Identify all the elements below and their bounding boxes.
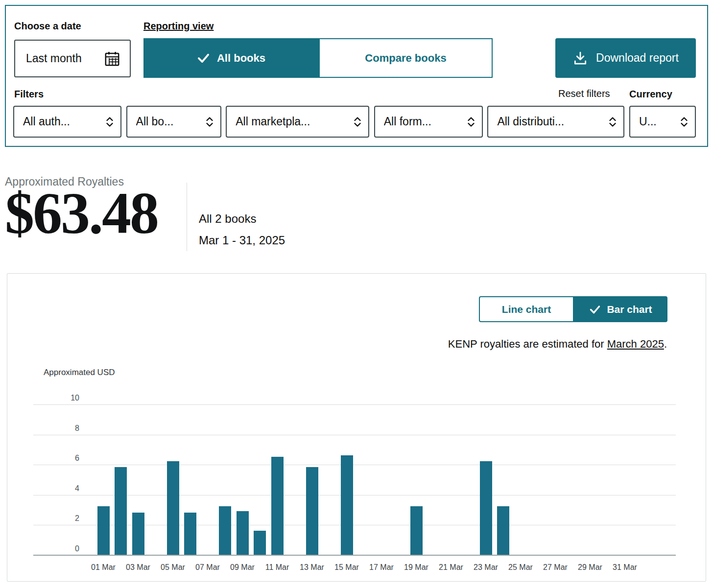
y-tick-label: 8: [61, 424, 79, 433]
filter-dropdown-value: All distributi...: [497, 115, 564, 128]
bar-02-mar[interactable]: [115, 467, 127, 555]
check-icon: [589, 304, 601, 315]
download-report-label: Download report: [596, 51, 679, 65]
bar-chart-tab[interactable]: Bar chart: [574, 296, 667, 322]
chart-type-toggle: Line chart Bar chart: [479, 296, 667, 322]
x-tick-label: 27 Mar: [538, 563, 573, 572]
bar-15-mar[interactable]: [341, 455, 353, 555]
x-tick-label: 19 Mar: [399, 563, 434, 572]
bar-05-mar[interactable]: [167, 461, 179, 555]
all-books-tab[interactable]: All books: [143, 38, 319, 78]
line-chart-label: Line chart: [502, 304, 551, 315]
x-tick-label: 11 Mar: [260, 563, 295, 572]
bar-24-mar[interactable]: [497, 506, 509, 555]
x-tick-label: 25 Mar: [503, 563, 538, 572]
date-range-value: Last month: [26, 52, 82, 65]
filters-label: Filters: [14, 89, 44, 100]
y-tick-label: 10: [61, 394, 79, 402]
updown-chevron-icon: [678, 115, 690, 129]
x-tick-label: 01 Mar: [86, 563, 121, 572]
bar-10-mar[interactable]: [254, 531, 266, 555]
x-tick-label: 31 Mar: [607, 563, 642, 572]
bar-chart-label: Bar chart: [607, 304, 652, 315]
check-icon: [197, 51, 210, 65]
summary-divider: [187, 183, 187, 251]
kenp-note-text: KENP royalties are estimated for: [448, 338, 607, 350]
date-range-button[interactable]: Last month: [14, 40, 131, 77]
date-period: Mar 1 - 31, 2025: [199, 234, 285, 247]
bar-13-mar[interactable]: [306, 467, 318, 555]
bar-09-mar[interactable]: [237, 511, 249, 555]
bar-01-mar[interactable]: [97, 506, 110, 555]
bar-06-mar[interactable]: [184, 513, 196, 555]
y-tick-label: 2: [61, 514, 79, 523]
filter-dropdown-5[interactable]: All distributi...: [487, 106, 624, 138]
reset-filters-link[interactable]: Reset filters: [558, 88, 610, 99]
filter-dropdown-4[interactable]: All form...: [374, 106, 483, 138]
all-books-label: All books: [217, 52, 265, 65]
x-tick-label: 15 Mar: [329, 563, 364, 572]
royalties-summary: Approximated Royalties $63.48 All 2 book…: [0, 147, 713, 273]
calendar-icon: [103, 50, 121, 68]
filter-dropdown-value: All marketpla...: [236, 115, 310, 128]
download-report-button[interactable]: Download report: [555, 38, 696, 78]
y-tick-label: 0: [61, 544, 79, 553]
x-tick-label: 17 Mar: [364, 563, 399, 572]
gridline: [33, 525, 676, 525]
kenp-note: KENP royalties are estimated for March 2…: [448, 338, 667, 351]
filter-dropdown-value: All form...: [384, 115, 431, 128]
gridline: [33, 435, 676, 435]
x-tick-label: 29 Mar: [572, 563, 608, 572]
reporting-view-toggle: All books Compare books: [143, 38, 493, 78]
x-tick-label: 23 Mar: [468, 563, 503, 572]
royalties-amount: $63.48: [5, 184, 158, 243]
filter-dropdown-value: All bo...: [136, 115, 174, 128]
y-tick-label: 6: [61, 454, 79, 463]
updown-chevron-icon: [104, 115, 116, 129]
compare-books-tab[interactable]: Compare books: [319, 38, 493, 78]
y-tick-label: 4: [61, 484, 79, 493]
kenp-note-period: .: [664, 338, 667, 350]
filter-dropdown-value: All auth...: [23, 115, 70, 128]
x-tick-label: 07 Mar: [190, 563, 225, 572]
download-icon: [572, 50, 588, 66]
x-tick-label: 09 Mar: [225, 563, 260, 572]
chart-panel: Line chart Bar chart KENP royalties are …: [7, 273, 706, 582]
x-tick-label: 05 Mar: [155, 563, 190, 572]
bar-03-mar[interactable]: [132, 513, 144, 555]
report-controls-panel: Choose a date Reporting view Last month …: [5, 5, 708, 147]
x-axis-line: [33, 555, 676, 556]
chart-plot: 024681001 Mar03 Mar05 Mar07 Mar09 Mar11 …: [33, 405, 676, 556]
gridline: [33, 495, 676, 495]
line-chart-tab[interactable]: Line chart: [479, 296, 574, 322]
x-tick-label: 03 Mar: [120, 563, 156, 572]
filter-dropdown-2[interactable]: All bo...: [126, 106, 221, 138]
updown-chevron-icon: [465, 115, 477, 129]
books-count: All 2 books: [199, 212, 256, 226]
filter-dropdown-value: U...: [639, 115, 657, 128]
choose-date-label: Choose a date: [14, 21, 81, 32]
filter-dropdown-6[interactable]: U...: [629, 106, 696, 138]
bar-19-mar[interactable]: [410, 506, 423, 555]
filters-row: All auth...All bo...All marketpla...All …: [13, 106, 696, 138]
kenp-month-link[interactable]: March 2025: [607, 338, 664, 350]
x-tick-label: 21 Mar: [433, 563, 469, 572]
filter-dropdown-1[interactable]: All auth...: [13, 106, 121, 138]
reporting-view-label: Reporting view: [143, 21, 214, 32]
gridline: [33, 404, 676, 405]
updown-chevron-icon: [352, 115, 363, 129]
x-tick-label: 13 Mar: [294, 563, 330, 572]
currency-label: Currency: [629, 89, 672, 100]
bar-11-mar[interactable]: [271, 457, 284, 555]
bar-23-mar[interactable]: [480, 461, 492, 555]
gridline: [33, 465, 676, 465]
y-axis-title: Approximated USD: [44, 368, 115, 377]
filter-dropdown-3[interactable]: All marketpla...: [226, 106, 369, 138]
compare-books-label: Compare books: [365, 52, 446, 65]
bar-08-mar[interactable]: [219, 506, 231, 555]
updown-chevron-icon: [607, 115, 618, 129]
updown-chevron-icon: [204, 115, 215, 129]
